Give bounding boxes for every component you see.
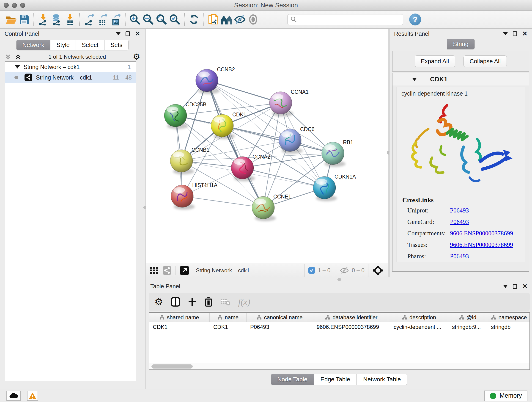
clone-network-button[interactable] xyxy=(207,13,220,26)
zoom-in-button[interactable] xyxy=(128,13,142,26)
help-button[interactable]: ? xyxy=(409,13,421,26)
network-node-cdkn1a[interactable]: CDKN1A xyxy=(313,174,356,201)
hide-selected-button[interactable] xyxy=(233,13,247,26)
tab-select[interactable]: Select xyxy=(76,40,104,51)
tab-network[interactable]: Network xyxy=(16,40,51,51)
cloud-status-button[interactable] xyxy=(6,391,21,401)
table-row[interactable]: CDK1CDK1P064939606.ENSP00000378699cyclin… xyxy=(149,322,530,332)
panel-close-icon[interactable]: ✕ xyxy=(522,31,527,37)
table-horizontal-scrollbar[interactable] xyxy=(149,363,530,370)
column-header-canonical-name[interactable]: canonical name xyxy=(247,313,313,322)
open-session-button[interactable] xyxy=(4,13,17,26)
column-header-database-identifier[interactable]: database identifier xyxy=(313,313,390,322)
panel-float-icon[interactable] xyxy=(126,32,130,36)
import-table-from-file-button[interactable] xyxy=(63,13,76,26)
table-cell[interactable]: P06493 xyxy=(247,322,313,332)
crosslink-link-tissues[interactable]: 9606.ENSP00000378699 xyxy=(450,241,513,249)
column-header-namespace[interactable]: namespace xyxy=(487,313,530,322)
panel-menu-icon[interactable] xyxy=(503,285,508,288)
column-header-name[interactable]: name xyxy=(210,313,247,322)
table-header-row: shared namenamecanonical namedatabase id… xyxy=(149,313,530,322)
crosslink-link-uniprot[interactable]: P06493 xyxy=(450,207,469,214)
add-column-icon[interactable] xyxy=(188,297,196,307)
network-node-ccna2[interactable]: CCNA2 xyxy=(231,154,270,181)
collapse-section-icon[interactable] xyxy=(412,78,417,81)
open-in-window-icon[interactable] xyxy=(180,266,189,275)
network-canvas[interactable]: CCNB2CCNA1CDC25BCDK1CDC6RB1CCNB1CCNA2CDK… xyxy=(146,29,389,263)
export-image-button[interactable] xyxy=(109,13,122,26)
table-cell[interactable]: CDK1 xyxy=(210,322,247,332)
panel-menu-icon[interactable] xyxy=(116,32,120,35)
crosslink-row: Uniprot:P06493 xyxy=(407,207,520,214)
panel-menu-icon[interactable] xyxy=(503,32,508,35)
table-cell[interactable]: cyclin-dependent ... xyxy=(390,322,448,332)
grid-view-icon[interactable] xyxy=(150,266,158,274)
show-columns-icon[interactable] xyxy=(171,297,180,307)
export-network-button[interactable] xyxy=(82,13,96,26)
network-row-selected[interactable]: String Network – cdk1 11 48 xyxy=(5,72,136,83)
panel-float-icon[interactable] xyxy=(513,284,517,289)
tab-style[interactable]: Style xyxy=(51,40,76,51)
network-node-ccnb1[interactable]: CCNB1 xyxy=(170,147,209,174)
tab-edge-table[interactable]: Edge Table xyxy=(314,374,357,385)
network-node-rb1[interactable]: RB1 xyxy=(322,139,353,167)
tab-sets[interactable]: Sets xyxy=(104,40,128,51)
node-label-cdc25b: CDC25B xyxy=(186,102,206,108)
import-network-from-database-button[interactable] xyxy=(50,13,63,26)
network-node-ccne1[interactable]: CCNE1 xyxy=(252,194,291,221)
zoom-fit-button[interactable] xyxy=(155,13,168,26)
collapse-all-button[interactable]: Collapse All xyxy=(463,56,507,67)
panel-close-icon[interactable]: ✕ xyxy=(522,283,527,289)
protein-header-row[interactable]: CDK1 xyxy=(393,73,529,85)
column-header-shared-name[interactable]: shared name xyxy=(149,313,210,322)
first-neighbors-button[interactable] xyxy=(220,13,233,26)
table-cell[interactable]: CDK1 xyxy=(149,322,210,332)
refresh-button[interactable] xyxy=(187,13,201,26)
network-options-gear-icon[interactable]: ⚙ xyxy=(133,53,140,61)
network-node-cdk1[interactable]: CDK1 xyxy=(211,112,246,139)
network-collection-row[interactable]: String Network – cdk1 1 xyxy=(5,62,136,72)
network-node-cdc25b[interactable]: CDC25B xyxy=(164,102,206,129)
table-cell[interactable]: stringdb:9... xyxy=(448,322,487,332)
warning-icon xyxy=(28,392,37,400)
export-table-button[interactable] xyxy=(96,13,109,26)
table-cell[interactable]: stringdb xyxy=(487,322,530,332)
column-header-description[interactable]: description xyxy=(390,313,448,322)
panel-close-icon[interactable]: ✕ xyxy=(135,31,140,37)
table-options-gear-icon[interactable]: ⚙ xyxy=(154,297,163,307)
import-network-from-file-button[interactable] xyxy=(37,13,50,26)
tab-string[interactable]: String xyxy=(447,39,475,50)
table-type-tabs: Node TableEdge TableNetwork Table xyxy=(146,374,532,385)
zoom-out-button[interactable] xyxy=(142,13,155,26)
network-graph[interactable]: CCNB2CCNA1CDC25BCDK1CDC6RB1CCNB1CCNA2CDK… xyxy=(146,29,389,263)
crosslink-link-compartments[interactable]: 9606.ENSP00000378699 xyxy=(450,230,513,237)
table-cell[interactable]: 9606.ENSP00000378699 xyxy=(313,322,390,332)
network-node-ccnb2[interactable]: CCNB2 xyxy=(196,66,235,94)
delete-column-icon[interactable] xyxy=(204,297,213,307)
splitter-handle[interactable] xyxy=(337,278,341,281)
memory-button[interactable]: Memory xyxy=(484,390,527,401)
tab-node-table[interactable]: Node Table xyxy=(271,374,314,385)
save-session-button[interactable] xyxy=(17,13,31,26)
expand-all-button[interactable]: Expand All xyxy=(415,56,455,67)
panel-float-icon[interactable] xyxy=(513,32,517,36)
tree-expand-icon[interactable] xyxy=(15,65,20,69)
network-node-ccna1[interactable]: CCNA1 xyxy=(269,89,309,116)
warnings-button[interactable] xyxy=(27,391,38,401)
results-actions-box: Expand All Collapse All xyxy=(392,51,529,71)
network-view-icon[interactable] xyxy=(163,266,171,275)
zoom-selected-button[interactable] xyxy=(168,13,181,26)
selected-checkbox[interactable] xyxy=(308,267,315,274)
column-header--id[interactable]: @id xyxy=(448,313,487,322)
birdseye-navigator-icon[interactable] xyxy=(373,265,383,276)
network-node-hist1h1a[interactable]: HIST1H1A xyxy=(171,182,218,210)
search-input[interactable] xyxy=(297,15,400,24)
scrollbar-thumb[interactable] xyxy=(152,364,193,369)
crosslink-link-genecard[interactable]: P06493 xyxy=(450,218,469,225)
show-all-button[interactable] xyxy=(247,13,260,26)
expand-all-icon[interactable] xyxy=(15,53,22,60)
crosslink-link-pharos[interactable]: P06493 xyxy=(450,253,469,260)
tab-network-table[interactable]: Network Table xyxy=(357,374,407,385)
network-node-cdc6[interactable]: CDC6 xyxy=(279,126,315,154)
collapse-all-icon[interactable] xyxy=(5,53,12,60)
